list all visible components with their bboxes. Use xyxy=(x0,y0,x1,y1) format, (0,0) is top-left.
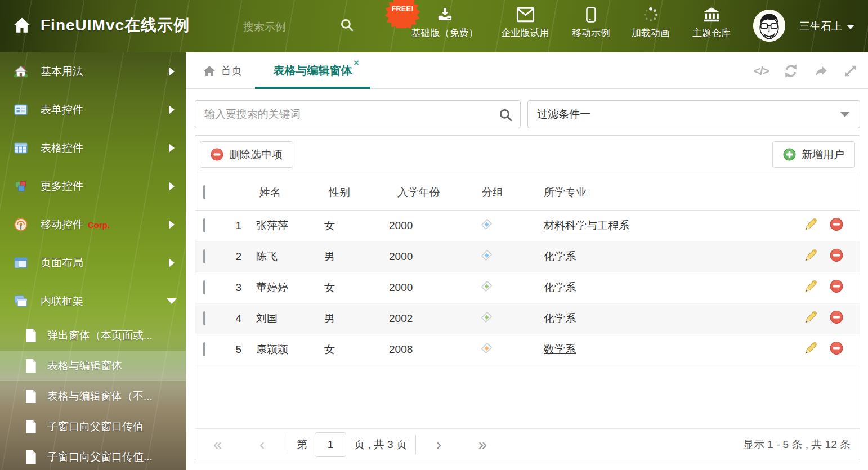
tab-toolbar: </> xyxy=(754,52,858,89)
sidebar-item-mobile-controls[interactable]: 移动控件 Corp. xyxy=(0,205,186,244)
tag-icon xyxy=(480,218,493,234)
layout-icon xyxy=(14,256,28,270)
home-icon[interactable] xyxy=(12,16,32,37)
delete-icon[interactable] xyxy=(830,311,843,327)
plus-circle-icon xyxy=(783,148,796,161)
page-number-input[interactable] xyxy=(315,432,346,457)
nav-loading-animation[interactable]: 加载动画 xyxy=(632,7,670,39)
sidebar-item-more-controls[interactable]: 更多控件 xyxy=(0,167,186,205)
keyword-search-input[interactable] xyxy=(195,100,521,128)
delete-selected-button[interactable]: 删除选中项 xyxy=(200,141,293,168)
tag-icon xyxy=(480,311,493,326)
document-icon xyxy=(25,359,37,373)
table-row: 1 张萍萍 女 2000 材料科学与工程系 xyxy=(195,211,860,241)
username: 三生石上 xyxy=(799,20,842,32)
nav-label: 移动示例 xyxy=(572,26,610,39)
document-icon xyxy=(25,389,37,404)
nav-theme-store[interactable]: 主题仓库 xyxy=(692,7,731,39)
row-number: 4 xyxy=(225,312,241,325)
tab-home[interactable]: 首页 xyxy=(203,52,242,89)
sidebar-item-grid-controls[interactable]: 表格控件 xyxy=(0,129,186,167)
document-icon xyxy=(25,328,37,343)
column-header-gender[interactable]: 性别 xyxy=(329,185,350,200)
major-link[interactable]: 化学系 xyxy=(544,281,576,293)
add-user-label: 新增用户 xyxy=(802,147,844,162)
edit-icon[interactable] xyxy=(804,248,818,265)
next-page-button[interactable]: › xyxy=(436,437,441,452)
tag-icon xyxy=(480,342,493,357)
cell-gender: 男 xyxy=(324,311,335,326)
refresh-icon[interactable] xyxy=(784,64,798,78)
edit-icon[interactable] xyxy=(804,217,818,234)
house-icon xyxy=(14,64,28,79)
tab-close-icon[interactable]: × xyxy=(354,58,359,68)
sidebar-item-page-layout[interactable]: 页面布局 xyxy=(0,244,186,282)
cell-gender: 女 xyxy=(324,280,335,295)
row-number: 3 xyxy=(225,281,241,294)
sidebar-subitem-child-to-parent-2[interactable]: 子窗口向父窗口传值... xyxy=(0,442,186,470)
cell-year: 2000 xyxy=(389,250,413,263)
edit-icon[interactable] xyxy=(804,310,818,327)
row-checkbox[interactable] xyxy=(203,249,205,263)
sidebar-item-basic-usage[interactable]: 基本用法 xyxy=(0,52,186,91)
major-link[interactable]: 数学系 xyxy=(544,343,576,355)
table-row: 5 康颖颖 女 2008 数学系 xyxy=(195,334,860,365)
major-link[interactable]: 化学系 xyxy=(544,312,576,324)
sidebar-subitem-label: 弹出窗体（本页面或... xyxy=(47,328,153,343)
chevron-right-icon xyxy=(169,105,175,114)
header-search-input[interactable]: 搜索示例 xyxy=(243,20,286,34)
column-header-name[interactable]: 姓名 xyxy=(259,185,281,200)
delete-icon[interactable] xyxy=(830,280,843,296)
sidebar-item-inline-frame[interactable]: 内联框架 xyxy=(0,282,186,320)
add-user-button[interactable]: 新增用户 xyxy=(772,141,855,168)
beacon-icon xyxy=(14,217,28,232)
filter-dropdown[interactable]: 过滤条件一 xyxy=(527,100,860,128)
cell-year: 2002 xyxy=(389,312,413,325)
column-header-major[interactable]: 所学专业 xyxy=(544,185,587,200)
major-link[interactable]: 化学系 xyxy=(544,250,576,262)
avatar[interactable] xyxy=(753,10,785,42)
cell-name: 陈飞 xyxy=(256,249,278,264)
column-header-year[interactable]: 入学年份 xyxy=(397,185,440,200)
mobile-icon xyxy=(584,7,598,23)
row-checkbox[interactable] xyxy=(203,218,205,232)
row-checkbox[interactable] xyxy=(203,311,205,325)
document-icon xyxy=(25,450,37,464)
nav-enterprise-trial[interactable]: 企业版试用 xyxy=(502,7,549,39)
header-search-icon[interactable] xyxy=(339,17,354,34)
delete-icon[interactable] xyxy=(830,342,843,358)
page-suffix-label: 页 , 共 3 页 xyxy=(354,437,407,452)
sidebar-subitem-grid-edit-window-2[interactable]: 表格与编辑窗体（不... xyxy=(0,381,186,411)
view-source-icon[interactable]: </> xyxy=(754,64,769,78)
nav-basic-edition[interactable]: 基础版（免费） xyxy=(411,7,478,39)
delete-icon[interactable] xyxy=(830,218,843,234)
cell-name: 张萍萍 xyxy=(256,218,288,233)
row-checkbox[interactable] xyxy=(203,280,205,294)
share-icon[interactable] xyxy=(813,64,829,78)
first-page-button[interactable]: « xyxy=(213,437,222,452)
search-icon[interactable] xyxy=(498,108,513,124)
active-tab-indicator xyxy=(255,87,370,89)
select-all-checkbox[interactable] xyxy=(203,185,205,199)
sidebar-subitem-popup-window[interactable]: 弹出窗体（本页面或... xyxy=(0,320,186,351)
column-header-group[interactable]: 分组 xyxy=(482,185,503,200)
edit-icon[interactable] xyxy=(804,279,818,296)
last-page-button[interactable]: » xyxy=(478,437,487,452)
major-link[interactable]: 材料科学与工程系 xyxy=(544,220,629,231)
sidebar-item-label: 页面布局 xyxy=(41,256,83,270)
sidebar-item-form-controls[interactable]: 表单控件 xyxy=(0,91,186,129)
cell-year: 2000 xyxy=(389,220,413,232)
cubes-icon xyxy=(14,179,28,194)
chevron-right-icon xyxy=(169,182,175,191)
user-menu[interactable]: 三生石上 xyxy=(799,19,854,34)
expand-icon[interactable] xyxy=(843,64,858,78)
sidebar-subitem-child-to-parent[interactable]: 子窗口向父窗口传值 xyxy=(0,411,186,442)
sidebar-subitem-label: 表格与编辑窗体（不... xyxy=(47,389,153,404)
sidebar-subitem-grid-edit-window[interactable]: 表格与编辑窗体 xyxy=(0,351,186,381)
prev-page-button[interactable]: ‹ xyxy=(259,437,265,452)
edit-icon[interactable] xyxy=(804,341,818,358)
grid-panel: 删除选中项 新增用户 姓名 性别 入学年份 分组 所学专业 1 张萍萍 xyxy=(195,135,860,460)
row-checkbox[interactable] xyxy=(203,342,205,356)
nav-mobile-demo[interactable]: 移动示例 xyxy=(572,7,610,39)
delete-icon[interactable] xyxy=(830,249,843,265)
